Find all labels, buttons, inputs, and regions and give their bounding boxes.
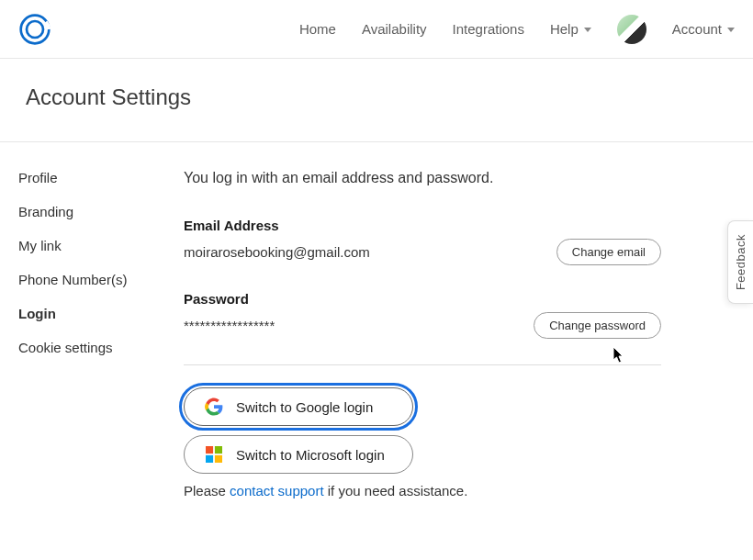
email-value: moirarosebooking@gmail.com (184, 244, 370, 260)
password-field-row: Password ***************** Change passwo… (184, 291, 661, 339)
sidebar-item-phone-numbers[interactable]: Phone Number(s) (18, 272, 184, 287)
password-value: ***************** (184, 318, 275, 333)
sidebar-item-label: Branding (18, 204, 73, 219)
svg-rect-2 (206, 446, 213, 454)
main: Profile Branding My link Phone Number(s)… (0, 142, 753, 498)
sidebar-item-label: Phone Number(s) (18, 272, 127, 287)
switch-to-google-button[interactable]: Switch to Google login (184, 387, 413, 426)
change-email-button[interactable]: Change email (556, 239, 661, 265)
password-label: Password (184, 291, 661, 307)
app-logo[interactable] (18, 13, 51, 46)
page-title: Account Settings (26, 84, 727, 110)
sidebar-item-login[interactable]: Login (18, 306, 184, 321)
nav-home[interactable]: Home (299, 21, 336, 37)
nav-availability[interactable]: Availability (362, 21, 427, 37)
sidebar-item-label: Cookie settings (18, 340, 113, 355)
change-password-button[interactable]: Change password (534, 312, 661, 339)
nav-account-label: Account (672, 21, 722, 37)
assist-suffix: if you need assistance. (324, 483, 468, 498)
contact-support-link[interactable]: contact support (230, 483, 324, 498)
settings-sidebar: Profile Branding My link Phone Number(s)… (0, 170, 184, 498)
sidebar-item-cookie-settings[interactable]: Cookie settings (18, 340, 184, 355)
change-password-label: Change password (549, 319, 646, 332)
nav-integrations-label: Integrations (453, 21, 524, 37)
sidebar-item-label: My link (18, 238, 62, 253)
caret-down-icon (584, 28, 591, 32)
sidebar-item-label: Login (18, 306, 56, 321)
password-value-row: ***************** Change password (184, 312, 661, 339)
assist-prefix: Please (184, 483, 230, 498)
nav-help-label: Help (550, 21, 579, 37)
switch-google-label: Switch to Google login (236, 399, 373, 415)
switch-microsoft-label: Switch to Microsoft login (236, 447, 385, 463)
page-title-row: Account Settings (0, 59, 753, 142)
google-icon (205, 398, 223, 416)
login-settings-panel: You log in with an email address and pas… (184, 170, 698, 498)
sidebar-item-profile[interactable]: Profile (18, 170, 184, 185)
login-intro-text: You log in with an email address and pas… (184, 170, 661, 186)
top-nav: Home Availability Integrations Help Acco… (299, 15, 735, 44)
microsoft-icon (205, 445, 223, 464)
feedback-tab[interactable]: Feedback (727, 220, 753, 304)
svg-rect-3 (215, 446, 222, 454)
svg-rect-5 (215, 455, 222, 463)
nav-availability-label: Availability (362, 21, 427, 37)
email-value-row: moirarosebooking@gmail.com Change email (184, 239, 661, 265)
nav-integrations[interactable]: Integrations (453, 21, 524, 37)
assist-text: Please contact support if you need assis… (184, 483, 661, 498)
topbar: Home Availability Integrations Help Acco… (0, 0, 753, 59)
sidebar-item-my-link[interactable]: My link (18, 238, 184, 253)
email-field-row: Email Address moirarosebooking@gmail.com… (184, 218, 661, 265)
sidebar-item-label: Profile (18, 170, 58, 185)
email-label: Email Address (184, 218, 661, 233)
avatar-icon[interactable] (617, 15, 646, 44)
nav-account[interactable]: Account (672, 21, 735, 37)
nav-help[interactable]: Help (550, 21, 591, 37)
svg-point-0 (21, 15, 50, 43)
calendly-logo-icon (18, 13, 51, 46)
switch-to-microsoft-button[interactable]: Switch to Microsoft login (184, 435, 413, 474)
svg-point-1 (27, 21, 43, 38)
change-email-label: Change email (572, 245, 646, 259)
nav-home-label: Home (299, 21, 336, 37)
svg-rect-4 (206, 455, 213, 463)
caret-down-icon (727, 28, 735, 32)
feedback-label: Feedback (734, 234, 747, 290)
sidebar-item-branding[interactable]: Branding (18, 204, 184, 219)
divider (184, 364, 661, 365)
